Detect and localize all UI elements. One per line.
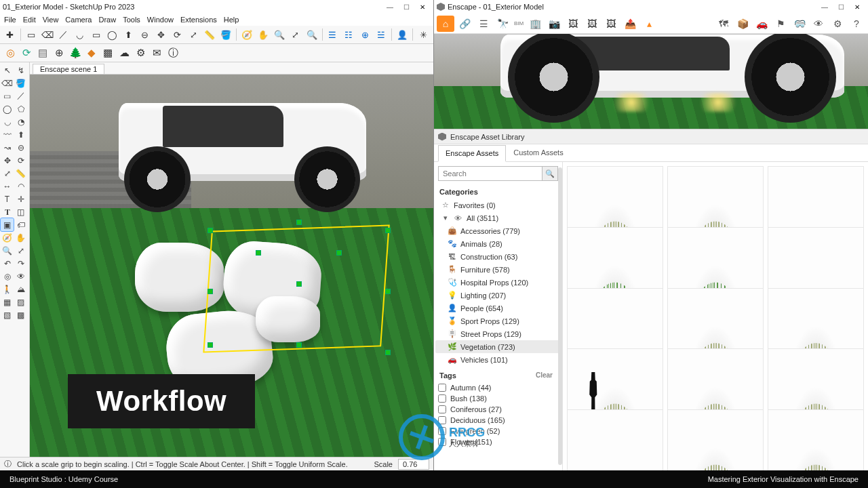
vt-offset-icon[interactable]: ⊖	[14, 141, 27, 154]
menu-file[interactable]: File	[4, 16, 16, 24]
enscape-map-icon[interactable]: 🗺	[715, 16, 732, 32]
menu-camera[interactable]: Camera	[65, 16, 92, 24]
vt-paint-icon[interactable]: 🪣	[14, 77, 27, 89]
status-scale-value[interactable]: 0.76	[398, 459, 429, 470]
cat-item[interactable]: 🚗Vehicles (101)	[435, 353, 561, 366]
enscape-flag-icon[interactable]: ⚑	[772, 16, 789, 32]
circle-icon[interactable]: ◯	[105, 27, 120, 42]
vt-circle-icon[interactable]: ◯	[1, 102, 14, 115]
vt-lasso-icon[interactable]: ↯	[14, 64, 27, 77]
minimize-icon[interactable]: —	[382, 1, 398, 12]
enscape-link-icon[interactable]: 🔗	[456, 16, 473, 32]
ext-tree-icon[interactable]: 🌲	[68, 45, 83, 60]
vt-arc-icon[interactable]: ◡	[1, 115, 14, 128]
enscape-settings-icon[interactable]: ⚙	[829, 16, 846, 32]
tag-item[interactable]: Autumn (44)	[438, 382, 558, 393]
vt-rect-icon[interactable]: ▭	[1, 89, 14, 102]
enscape-building-icon[interactable]: 🏢	[526, 16, 544, 32]
tag-item[interactable]: Bush (138)	[438, 393, 558, 404]
tags-clear[interactable]: Clear	[536, 371, 553, 379]
sketchup-viewport[interactable]: Workflow	[30, 75, 433, 457]
vt-s1-icon[interactable]: ▦	[1, 296, 14, 308]
enscape-export1-icon[interactable]: 🖼	[564, 16, 582, 32]
vt-s4-icon[interactable]: ▩	[14, 308, 27, 321]
menu-extensions[interactable]: Extensions	[180, 16, 217, 24]
menu-help[interactable]: Help	[224, 16, 239, 24]
enscape-export4-icon[interactable]: 📤	[621, 16, 639, 32]
ext5-icon[interactable]: ◆	[84, 45, 99, 60]
tag-checkbox[interactable]	[438, 416, 446, 424]
pan-icon[interactable]: ✋	[256, 27, 271, 42]
cat-item[interactable]: 🏅Sport Props (129)	[435, 314, 561, 327]
vt-s3-icon[interactable]: ▧	[1, 308, 14, 321]
pushpull-icon[interactable]: ⬆	[121, 27, 136, 42]
vt-pos-icon[interactable]: ◎	[1, 270, 14, 283]
menu-edit[interactable]: Edit	[23, 16, 36, 24]
extra-icon[interactable]: ✳	[416, 27, 431, 42]
asset-grid[interactable]	[563, 162, 868, 470]
menu-view[interactable]: View	[43, 16, 59, 24]
cat-item[interactable]: 🪧Street Props (129)	[435, 327, 561, 340]
enscape-up-icon[interactable]: ▴	[640, 16, 658, 32]
vt-free-icon[interactable]: 〰	[1, 128, 14, 141]
asset-search-input[interactable]	[438, 166, 542, 181]
vt-sect-icon[interactable]: ◫	[14, 205, 27, 218]
cat-item[interactable]: 🪑Furniture (578)	[435, 263, 561, 276]
sidebar-scrollbar[interactable]	[558, 167, 562, 465]
vt-scale-icon[interactable]: ⤢	[1, 167, 14, 180]
paint-icon[interactable]: 🪣	[218, 27, 233, 42]
cat-item[interactable]: 🩺Hospital Props (120)	[435, 276, 561, 289]
cat-item[interactable]: 👤People (654)	[435, 302, 561, 314]
tag-item[interactable]: Evergreen (52)	[438, 426, 558, 436]
menu-window[interactable]: Window	[147, 16, 174, 24]
vt-3dtext-icon[interactable]: 𝐓	[1, 205, 14, 218]
maximize-icon[interactable]: ☐	[398, 1, 414, 12]
scale-icon[interactable]: ⤢	[186, 27, 201, 42]
menu-tools[interactable]: Tools	[123, 16, 140, 24]
vt-dim-icon[interactable]: ↔	[1, 180, 14, 192]
vt-look-icon[interactable]: 👁	[14, 270, 27, 283]
ext2-icon[interactable]: ⟳	[19, 45, 34, 60]
vt-active-icon[interactable]: ▣	[1, 218, 14, 231]
vt-sand-icon[interactable]: ⛰	[14, 283, 27, 296]
vt-select-icon[interactable]: ↖	[1, 64, 14, 77]
tag-item[interactable]: Coniferous (27)	[438, 404, 558, 415]
cat-all[interactable]: ▾👁All (3511)	[435, 211, 561, 224]
profile-icon[interactable]: 👤	[395, 27, 410, 42]
enscape-bim-label[interactable]: BIM	[514, 20, 524, 26]
vt-walk-icon[interactable]: 🚶	[1, 283, 14, 296]
enscape-export2-icon[interactable]: 🖼	[583, 16, 601, 32]
vt-poly-icon[interactable]: ⬠	[14, 102, 27, 115]
cat-item[interactable]: 🐾Animals (28)	[435, 237, 561, 250]
select-icon[interactable]: ▭	[24, 27, 39, 42]
rect-icon[interactable]: ▭	[89, 27, 104, 42]
enscape-camera-icon[interactable]: 📷	[545, 16, 563, 32]
ext-mail-icon[interactable]: ✉	[149, 45, 164, 60]
enscape-eye-icon[interactable]: 👁	[810, 16, 827, 32]
ext1-icon[interactable]: ◎	[3, 45, 18, 60]
sketchup-titlebar[interactable]: 01_Exterior Model - SketchUp Pro 2023 — …	[0, 0, 433, 14]
vt-pan-icon[interactable]: ✋	[14, 231, 27, 244]
ext4-icon[interactable]: ⊕	[52, 45, 66, 60]
eraser-icon[interactable]: ⌫	[40, 27, 55, 42]
line-icon[interactable]: ／	[56, 27, 71, 42]
enscape-render-view[interactable]	[434, 34, 868, 129]
vt-next-icon[interactable]: ↷	[14, 257, 27, 270]
asset-thumb[interactable]	[667, 409, 764, 470]
vt-prev-icon[interactable]: ↶	[1, 257, 14, 270]
zoom-ext-icon[interactable]: ⤢	[288, 27, 303, 42]
arc-icon[interactable]: ◡	[73, 27, 87, 42]
orbit-icon[interactable]: 🧭	[239, 27, 254, 42]
tag-checkbox[interactable]	[438, 427, 446, 435]
enscape-titlebar[interactable]: Enscape - 01_Exterior Model — ☐ ✕	[434, 0, 868, 14]
rotate-icon[interactable]: ⟳	[170, 27, 184, 42]
tag-item[interactable]: Flower (151)	[438, 436, 558, 447]
enscape-asset-icon[interactable]: 📦	[734, 16, 751, 32]
new-icon[interactable]: ✚	[3, 27, 18, 42]
vt-pie-icon[interactable]: ◔	[14, 115, 27, 128]
move-icon[interactable]: ✥	[153, 27, 168, 42]
cat-item[interactable]: 🌿Vegetation (723)	[435, 340, 561, 353]
vt-follow-icon[interactable]: ↝	[1, 141, 14, 154]
vt-zoome-icon[interactable]: ⤢	[14, 244, 27, 257]
vt-push-icon[interactable]: ⬆	[14, 128, 27, 141]
